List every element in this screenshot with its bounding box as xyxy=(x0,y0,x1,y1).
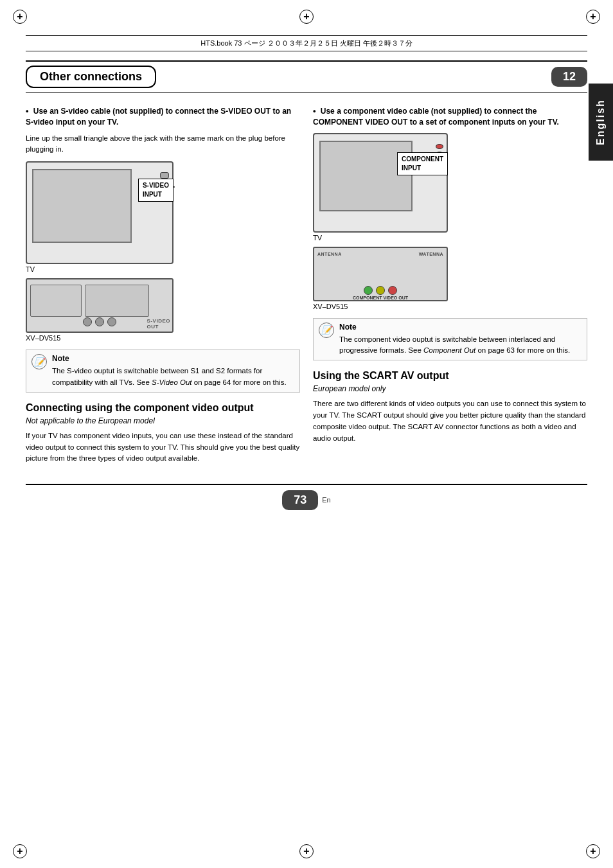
left-column: • Use an S-video cable (not supplied) to… xyxy=(26,105,300,471)
device-panel-center xyxy=(85,285,149,317)
page: + + + HTS.book 73 ページ ２００３年２月２５日 火曜日 午後２… xyxy=(0,0,613,868)
bottom-left-reg-mark: + xyxy=(13,844,27,858)
right-note-section: 📝 Note The component video ouptut is swi… xyxy=(313,318,587,361)
right-device-ports xyxy=(364,286,397,295)
section1-subheading: Not applicable to the European model xyxy=(26,416,300,425)
left-device-label: XV–DV515 xyxy=(26,334,300,342)
section2-subheading: European model only xyxy=(313,384,587,393)
title-row: Other connections 12 xyxy=(26,60,587,93)
right-device-box: ANTENNA WATENNA COMPONENT VIDEO OUT xyxy=(313,247,448,301)
right-tv-label: TV xyxy=(313,234,587,242)
left-device-area: S-VIDEOOUT XV–DV515 xyxy=(26,278,300,342)
svideo-cable-svg xyxy=(27,163,172,263)
section2-heading: Using the SCART AV output xyxy=(313,369,587,383)
page-number-badge: 12 xyxy=(551,67,587,87)
book-header-bar: HTS.book 73 ページ ２００３年２月２５日 火曜日 午後２時３７分 xyxy=(26,35,587,51)
footer-page-number: 73 xyxy=(282,490,318,510)
comp-out-pb xyxy=(376,286,385,295)
top-center-reg-mark: + xyxy=(299,10,314,24)
top-left-reg-mark: + xyxy=(13,10,27,24)
left-note-section: 📝 Note The S-video ouptut is switchable … xyxy=(26,350,300,393)
main-content: • Use an S-video cable (not supplied) to… xyxy=(26,93,587,471)
antenna-label: ANTENNA xyxy=(317,252,342,256)
svideo-input-label: S-VIDEOINPUT xyxy=(138,179,173,202)
right-note-text: The component video ouptut is switchable… xyxy=(339,334,582,357)
device-ports-left xyxy=(83,317,116,326)
left-device-box: S-VIDEOOUT xyxy=(26,278,173,333)
bottom-right-reg-mark: + xyxy=(586,844,600,858)
left-note-icon: 📝 xyxy=(31,354,47,369)
page-title: Other connections xyxy=(26,66,156,88)
bottom-center-reg-mark: + xyxy=(299,844,314,858)
right-device-area: ANTENNA WATENNA COMPONENT VIDEO OUT XV–D… xyxy=(313,247,587,310)
left-bullet-body: Line up the small triangle above the jac… xyxy=(26,133,300,155)
section2-body: There are two different kinds of video o… xyxy=(313,398,587,444)
left-note-text: The S-video ouptut is switchable between… xyxy=(52,366,294,388)
right-tv-drawing: COMPONENTINPUT xyxy=(313,133,448,233)
left-tv-drawing: S-VIDEOINPUT xyxy=(26,161,173,264)
top-right-reg-mark: + xyxy=(586,10,600,24)
footer-row: 73 En xyxy=(0,485,613,515)
port-2 xyxy=(95,317,104,326)
right-note-label: Note xyxy=(339,323,582,332)
left-bullet-heading: • Use an S-video cable (not supplied) to… xyxy=(26,105,300,128)
left-note-label: Note xyxy=(52,354,294,363)
english-sidebar: English xyxy=(589,84,613,161)
book-info: HTS.book 73 ページ ２００３年２月２５日 火曜日 午後２時３７分 xyxy=(26,39,587,48)
port-1 xyxy=(83,317,92,326)
left-tv-label: TV xyxy=(26,265,300,273)
right-note-content: Note The component video ouptut is switc… xyxy=(339,323,582,357)
component-out-label: COMPONENT VIDEO OUT xyxy=(353,296,408,300)
right-bullet-heading: • Use a component video cable (not suppl… xyxy=(313,105,587,128)
right-tv-screen xyxy=(319,141,413,211)
top-registration-marks: + + + xyxy=(0,10,613,24)
device-panel-left xyxy=(30,285,82,317)
section1-body: If your TV has component video inputs, y… xyxy=(26,430,300,465)
left-tv-diagram: S-VIDEOINPUT TV xyxy=(26,161,300,273)
right-tv-diagram: COMPONENTINPUT TV xyxy=(313,133,587,242)
section1-heading: Connecting using the component video out… xyxy=(26,402,300,415)
footer-lang: En xyxy=(322,496,330,504)
comp-out-y xyxy=(364,286,373,295)
left-note-content: Note The S-video ouptut is switchable be… xyxy=(52,354,294,388)
bottom-registration-marks: + + + xyxy=(0,844,613,858)
comp-port-r xyxy=(436,144,443,149)
port-3 xyxy=(107,317,116,326)
right-device-label: XV–DV515 xyxy=(313,303,587,310)
component-input-label: COMPONENTINPUT xyxy=(397,152,448,175)
comp-out-pr xyxy=(388,286,397,295)
device-tag-left: S-VIDEOOUT xyxy=(147,318,170,330)
right-column: • Use a component video cable (not suppl… xyxy=(313,105,587,471)
watenna-label: WATENNA xyxy=(419,252,443,256)
right-note-icon: 📝 xyxy=(319,323,334,338)
